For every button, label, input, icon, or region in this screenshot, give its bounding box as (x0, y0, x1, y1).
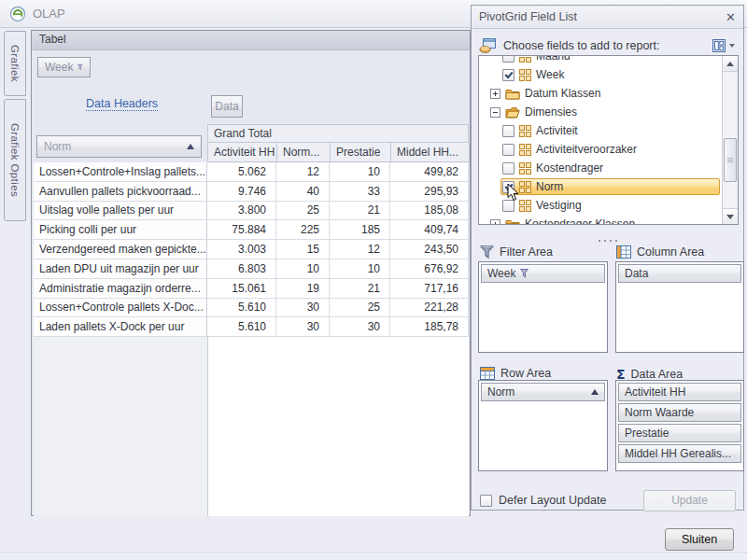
layout-button[interactable] (710, 37, 738, 54)
data-cell[interactable]: 5.062 (207, 162, 276, 182)
tree-item-vestiging[interactable]: Vestiging (479, 196, 722, 215)
data-cell[interactable]: 185,08 (390, 202, 469, 221)
scrollbar-thumb[interactable] (724, 138, 737, 182)
expand-icon[interactable] (490, 89, 500, 99)
data-cell[interactable]: 499,82 (390, 162, 469, 182)
row-header-cell[interactable]: Picking colli per uur (34, 220, 207, 240)
data-cell[interactable]: 12 (330, 240, 390, 259)
scroll-down-button[interactable] (723, 208, 738, 224)
data-cell[interactable]: 25 (330, 299, 390, 318)
field-checkbox[interactable] (502, 181, 514, 193)
table-row: Aanvullen pallets pickvoorraad...9.74640… (34, 182, 469, 202)
area-field-activiteit-hh[interactable]: Activiteit HH (618, 383, 741, 401)
data-cell[interactable]: 295,93 (390, 182, 469, 202)
tab-grafiek-opties[interactable]: Grafiek Opties (4, 99, 26, 221)
data-cell[interactable]: 75.884 (207, 220, 276, 240)
tree-item-kostendrager[interactable]: Kostendrager (479, 159, 722, 177)
field-checkbox[interactable] (502, 144, 514, 156)
tree-item-kostendrager-klassen[interactable]: Kostendrager Klassen (479, 215, 722, 225)
column-header-middel-hh[interactable]: Middel HH... (391, 143, 470, 162)
data-cell[interactable]: 409,74 (390, 220, 469, 240)
data-cell[interactable]: 3.800 (207, 202, 276, 221)
data-field-button[interactable]: Data (211, 95, 243, 118)
data-cell[interactable]: 30 (276, 317, 330, 337)
data-cell[interactable]: 5.610 (207, 317, 276, 337)
tree-item-activiteitveroorzaker[interactable]: Activiteitveroorzaker (479, 140, 722, 159)
data-cell[interactable]: 19 (276, 279, 330, 299)
data-cell[interactable]: 6.803 (207, 259, 276, 279)
row-header-cell[interactable]: Uitslag volle pallets per uur (34, 202, 207, 221)
data-cell[interactable]: 3.003 (207, 240, 276, 259)
data-area-box[interactable]: Activiteit HHNorm WaardePrestatieMiddel … (615, 380, 744, 471)
data-cell[interactable]: 717,16 (390, 279, 469, 299)
filter-area-box[interactable]: Week (478, 261, 608, 353)
data-cell[interactable]: 243,50 (390, 240, 469, 259)
scroll-up-button[interactable] (723, 56, 738, 72)
field-checkbox[interactable] (502, 55, 514, 63)
grand-total-header[interactable]: Grand Total (207, 124, 469, 143)
column-header-prestatie[interactable]: Prestatie (331, 143, 391, 162)
area-field-data[interactable]: Data (618, 264, 741, 283)
row-header-cell[interactable]: Administratie magazijn orderre... (34, 279, 207, 299)
splitter-handle[interactable] (472, 231, 743, 237)
row-header-cell[interactable]: Aanvullen pallets pickvoorraad... (34, 182, 207, 202)
area-field-week[interactable]: Week (481, 264, 605, 283)
collapse-icon[interactable] (490, 107, 500, 118)
row-header-cell[interactable]: Laden pallets X-Dock per uur (34, 317, 207, 337)
field-checkbox[interactable] (502, 200, 514, 212)
defer-layout-checkbox[interactable] (480, 495, 492, 507)
tree-item-week[interactable]: Week (479, 65, 722, 84)
field-tree: MaandWeekDatum KlassenDimensiesActivitei… (478, 55, 739, 225)
data-headers-link[interactable]: Data Headers (86, 97, 158, 111)
tree-item-dimensies[interactable]: Dimensies (479, 103, 722, 121)
field-checkbox[interactable] (502, 125, 514, 137)
row-header-cell[interactable]: Verzendgereed maken gepickte... (34, 240, 207, 259)
tree-item-activiteit[interactable]: Activiteit (479, 121, 722, 140)
data-cell[interactable]: 33 (330, 182, 390, 202)
data-cell[interactable]: 12 (276, 162, 330, 182)
tab-grafiek[interactable]: Grafiek (4, 31, 26, 96)
tree-item-datum-klassen[interactable]: Datum Klassen (479, 84, 722, 103)
data-cell[interactable]: 10 (330, 259, 390, 279)
tree-item-inner: Kostendrager Klassen (488, 216, 720, 225)
data-cell[interactable]: 676,92 (390, 259, 469, 279)
filter-field-week-button[interactable]: Week (37, 57, 91, 77)
column-header-norm[interactable]: Norm... (277, 143, 331, 162)
data-cell[interactable]: 25 (276, 202, 330, 221)
row-header-cell[interactable]: Lossen+Controle+Inslag pallets... (34, 162, 207, 182)
close-icon[interactable]: ✕ (726, 11, 736, 23)
data-cell[interactable]: 221,28 (390, 299, 469, 318)
data-cell[interactable]: 5.610 (207, 299, 276, 318)
data-cell[interactable]: 10 (276, 259, 330, 279)
data-cell[interactable]: 30 (276, 299, 330, 318)
area-field-norm-waarde[interactable]: Norm Waarde (618, 403, 741, 422)
data-cell[interactable]: 21 (330, 202, 390, 221)
data-cell[interactable]: 21 (330, 279, 390, 299)
field-checkbox[interactable] (502, 69, 514, 81)
area-field-norm[interactable]: Norm (481, 383, 605, 401)
data-cell[interactable]: 10 (330, 162, 390, 182)
update-button[interactable]: Update (643, 490, 736, 511)
data-cell[interactable]: 225 (276, 220, 330, 240)
data-cell[interactable]: 9.746 (207, 182, 276, 202)
tree-scrollbar[interactable] (722, 56, 738, 224)
sluiten-button[interactable]: Sluiten (665, 528, 734, 551)
data-cell[interactable]: 15.061 (207, 279, 276, 299)
field-checkbox[interactable] (502, 162, 514, 175)
filter-field-label: Week (45, 61, 73, 74)
expand-icon[interactable] (490, 219, 500, 226)
row-header-cell[interactable]: Lossen+Controle pallets X-Doc... (34, 299, 207, 318)
column-header-activiteit-hh[interactable]: Activiteit HH (208, 143, 277, 162)
row-header-cell[interactable]: Laden DPU uit magazijn per uur (34, 259, 207, 279)
column-area-box[interactable]: Data (615, 261, 744, 353)
tree-item-maand[interactable]: Maand (479, 55, 722, 65)
data-cell[interactable]: 15 (276, 240, 330, 259)
row-area-box[interactable]: Norm (478, 380, 608, 471)
area-field-middel-hh-gerealis[interactable]: Middel HH Gerealis... (618, 444, 741, 463)
data-cell[interactable]: 185 (330, 220, 390, 240)
data-cell[interactable]: 30 (330, 317, 390, 337)
tree-item-norm[interactable]: Norm (479, 177, 722, 196)
area-field-prestatie[interactable]: Prestatie (618, 424, 741, 442)
data-cell[interactable]: 40 (276, 182, 330, 202)
data-cell[interactable]: 185,78 (390, 317, 469, 337)
